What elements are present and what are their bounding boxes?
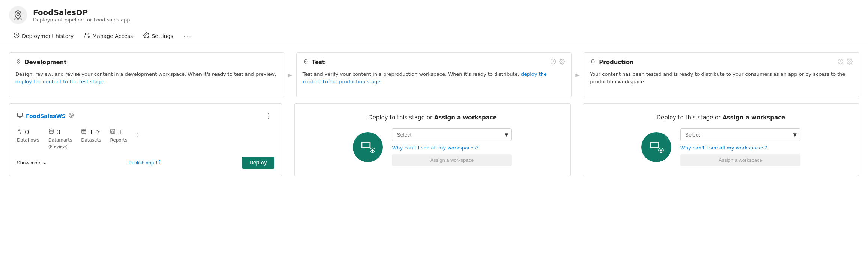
production-assign-illustration	[641, 132, 671, 162]
nav-manage-access[interactable]: Manage Access	[80, 29, 137, 43]
svg-point-4	[18, 61, 19, 62]
svg-point-14	[69, 113, 74, 118]
arrow-right-icon-1: ►	[288, 71, 293, 78]
monitor-icon	[17, 112, 23, 120]
nav-settings-label: Settings	[152, 33, 173, 39]
datasets-value: 1	[89, 128, 93, 136]
test-workspace-select[interactable]: Select	[392, 128, 512, 141]
app-subtitle: Deployment pipeline for Food sales app	[33, 17, 130, 23]
production-rocket-icon	[590, 59, 596, 66]
report-icon	[110, 128, 116, 136]
datasets-label: Datasets	[81, 137, 101, 143]
test-history-icon[interactable]	[550, 59, 556, 66]
more-options-button[interactable]: ···	[179, 30, 196, 42]
arrow-connector-2: ►	[572, 71, 584, 78]
production-assign-workspace-button[interactable]: Assign a workspace	[680, 154, 800, 166]
test-workspace-link[interactable]: Why can't I see all my workspaces?	[392, 145, 512, 151]
bottom-row: FoodSalesWS ⋮	[9, 103, 859, 176]
arrow-connector-1: ►	[284, 71, 296, 78]
test-settings-icon[interactable]	[559, 59, 565, 66]
show-more-button[interactable]: Show more ⌄	[17, 158, 47, 168]
refresh-icon[interactable]: ⟳	[96, 129, 100, 135]
svg-point-10	[849, 61, 850, 62]
test-assign-workspace-button[interactable]: Assign a workspace	[392, 154, 512, 166]
test-stage-header: Test	[303, 59, 566, 66]
production-select-wrapper: Select ▼	[680, 128, 800, 141]
test-assign-title: Deploy to this stage or Assign a workspa…	[368, 114, 497, 121]
target-icon	[69, 113, 74, 119]
svg-rect-28	[363, 143, 370, 147]
production-stage-actions	[838, 59, 853, 66]
workspace-card-header: FoodSalesWS ⋮	[17, 111, 274, 121]
app-header: FoodSalesDP Deployment pipeline for Food…	[0, 0, 868, 24]
production-workspace-link[interactable]: Why can't I see all my workspaces?	[680, 145, 800, 151]
nav-deployment-history-label: Deployment history	[22, 33, 74, 39]
stages-row: Development Design, review, and revise y…	[9, 52, 859, 97]
test-stage-desc: Test and verify your content in a prepro…	[303, 71, 566, 85]
nav-deployment-history[interactable]: Deployment history	[9, 29, 78, 43]
production-settings-icon[interactable]	[847, 59, 853, 66]
svg-point-17	[49, 129, 53, 130]
test-rocket-icon	[303, 59, 309, 66]
datamart-icon	[48, 128, 54, 136]
svg-point-16	[71, 115, 72, 116]
nav-manage-access-label: Manage Access	[92, 33, 133, 39]
production-title-group: Production	[590, 59, 633, 66]
production-workspace-select[interactable]: Select	[680, 128, 800, 141]
metric-dataflows: 0 Dataflows	[17, 128, 39, 143]
datamarts-label: Datamarts	[48, 137, 72, 143]
test-select-wrapper: Select ▼	[392, 128, 512, 141]
workspace-name[interactable]: FoodSalesWS	[26, 113, 66, 119]
test-deploy-link[interactable]: deploy the content to the production sta…	[303, 71, 547, 84]
metrics-row: 0 Dataflows 0	[17, 128, 274, 149]
production-stage-header: Production	[590, 59, 853, 66]
metrics-arrow[interactable]: 〉	[137, 128, 138, 138]
nav-bar: Deployment history Manage Access Setting…	[0, 26, 868, 43]
dataset-icon	[81, 128, 87, 136]
dataflow-icon	[17, 128, 23, 136]
development-stage-title: Development	[24, 59, 66, 66]
production-stage-card: Production	[584, 52, 859, 97]
test-title-group: Test	[303, 59, 325, 66]
test-stage-card: Test	[296, 52, 572, 97]
workspace-card: FoodSalesWS ⋮	[9, 103, 282, 176]
workspace-kebab-menu[interactable]: ⋮	[263, 111, 274, 121]
deploy-button[interactable]: Deploy	[242, 157, 275, 169]
production-assign-body: Select ▼ Why can't I see all my workspac…	[592, 128, 850, 166]
dataflows-label: Dataflows	[17, 137, 39, 143]
datamarts-value: 0	[56, 128, 60, 136]
test-stage-actions	[550, 59, 565, 66]
development-title-group: Development	[15, 59, 66, 66]
metric-reports: 1 Reports	[110, 128, 127, 143]
svg-rect-18	[82, 129, 86, 133]
svg-rect-11	[17, 113, 22, 116]
svg-point-5	[305, 61, 306, 62]
test-assign-illustration	[353, 132, 383, 162]
reports-value: 1	[118, 128, 122, 136]
test-assign-form: Select ▼ Why can't I see all my workspac…	[392, 128, 512, 166]
svg-line-26	[158, 160, 160, 163]
production-history-icon[interactable]	[838, 59, 844, 66]
datamarts-sublabel: (Preview)	[48, 144, 68, 149]
svg-point-15	[70, 114, 72, 117]
app-title-group: FoodSalesDP Deployment pipeline for Food…	[33, 8, 130, 23]
show-more-label: Show more	[17, 160, 42, 166]
production-stage-desc: Your content has been tested and is read…	[590, 71, 853, 85]
svg-point-8	[593, 61, 594, 62]
development-rocket-icon	[15, 59, 21, 66]
metric-datasets: 1 ⟳ Datasets	[81, 128, 101, 143]
development-stage-card: Development Design, review, and revise y…	[9, 52, 284, 97]
svg-point-2	[86, 33, 87, 35]
bottom-spacer-1	[282, 103, 294, 176]
publish-app-button[interactable]: Publish app	[125, 158, 164, 168]
nav-settings[interactable]: Settings	[139, 29, 178, 43]
workspace-card-footer: Show more ⌄ Publish app Deploy	[17, 157, 274, 169]
publish-app-label: Publish app	[128, 160, 154, 166]
workspace-name-group: FoodSalesWS	[17, 112, 74, 120]
external-link-icon	[156, 160, 161, 166]
development-stage-header: Development	[15, 59, 278, 66]
test-stage-title: Test	[312, 59, 325, 66]
development-deploy-link[interactable]: deploy the content to the test stage	[15, 79, 104, 84]
app-name: FoodSalesDP	[33, 8, 130, 17]
metric-datamarts: 0 Datamarts (Preview)	[48, 128, 72, 149]
